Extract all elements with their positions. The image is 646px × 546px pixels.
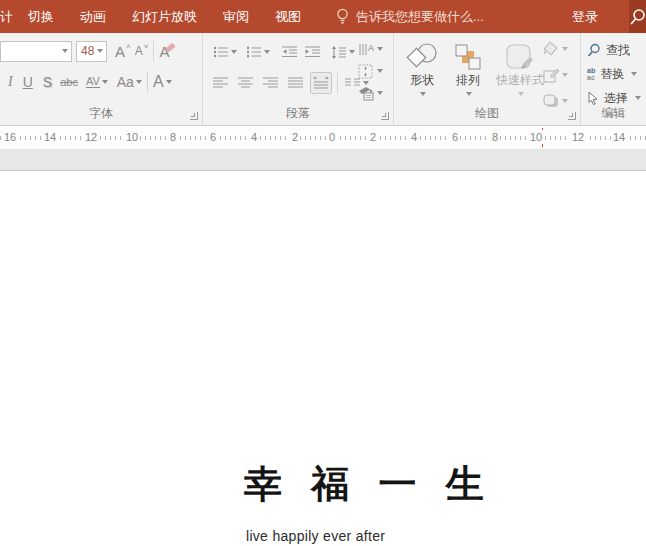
edit-group: 查找 ab ac 替换 选择 编辑 bbox=[580, 33, 646, 125]
search-icon bbox=[629, 8, 646, 26]
paragraph-group-label: 段落 bbox=[203, 105, 393, 122]
sign-in-button[interactable]: 登录 bbox=[572, 0, 598, 33]
convert-to-smartart-button[interactable] bbox=[358, 83, 383, 103]
drawing-dialog-launcher-icon[interactable] bbox=[568, 112, 576, 120]
decrease-font-size-button[interactable]: A ˅ bbox=[133, 40, 151, 62]
horizontal-ruler: 16141210864202468101214 bbox=[0, 126, 646, 149]
caret-up-icon: ˄ bbox=[126, 42, 131, 51]
change-case-button[interactable]: Aa bbox=[115, 71, 144, 93]
drawing-group-label: 绘图 bbox=[394, 105, 580, 122]
slide-editing-area[interactable]: 幸 福 一 生 live happily ever after bbox=[0, 171, 646, 521]
ruler-number: 8 bbox=[490, 130, 500, 144]
bullets-button[interactable] bbox=[211, 41, 239, 63]
quick-styles-icon bbox=[503, 42, 537, 72]
text-direction-button[interactable]: A bbox=[358, 39, 383, 59]
underline-label: U bbox=[23, 75, 33, 89]
replace-icon: ab ac bbox=[587, 67, 595, 81]
search-button[interactable] bbox=[629, 0, 646, 33]
char-spacing-label: AV bbox=[86, 76, 100, 88]
align-text-button[interactable] bbox=[358, 61, 383, 81]
increase-font-size-button[interactable]: A ˄ bbox=[113, 40, 133, 62]
ribbon-tab-view[interactable]: 视图 bbox=[262, 0, 314, 33]
ruler-number: 16 bbox=[2, 130, 18, 144]
arrange-icon bbox=[453, 42, 483, 72]
font-dialog-launcher-icon[interactable] bbox=[190, 112, 198, 120]
chevron-down-icon bbox=[635, 96, 641, 100]
increase-font-label: A bbox=[115, 44, 125, 59]
align-left-button[interactable] bbox=[211, 72, 231, 94]
find-button[interactable]: 查找 bbox=[581, 39, 646, 61]
align-right-button[interactable] bbox=[261, 72, 281, 94]
find-icon bbox=[587, 43, 601, 57]
change-case-label: Aa bbox=[117, 75, 134, 89]
italic-button[interactable]: I bbox=[6, 71, 15, 93]
title-bar: 计 切换 动画 幻灯片放映 审阅 视图 告诉我您想要做什么... 登录 bbox=[0, 0, 646, 33]
clear-formatting-button[interactable]: A bbox=[157, 40, 177, 62]
align-right-icon bbox=[263, 77, 279, 89]
quick-styles-button[interactable]: 快速样式 bbox=[491, 36, 549, 116]
shape-outline-button[interactable] bbox=[542, 65, 568, 85]
shapes-label: 形状 bbox=[410, 72, 434, 89]
font-size-combobox[interactable]: 48 bbox=[76, 41, 107, 62]
shadow-label: S bbox=[43, 75, 52, 89]
numbering-button[interactable] bbox=[244, 41, 272, 63]
chevron-down-icon bbox=[420, 92, 426, 96]
justify-button[interactable] bbox=[286, 72, 306, 94]
cursor-icon bbox=[587, 91, 599, 105]
text-shadow-button[interactable]: S bbox=[41, 71, 54, 93]
font-color-button[interactable]: A bbox=[151, 71, 174, 93]
tell-me-label: 告诉我您想要做什么... bbox=[356, 8, 484, 26]
increase-indent-button[interactable] bbox=[303, 41, 323, 63]
align-center-button[interactable] bbox=[236, 72, 256, 94]
font-color-label: A bbox=[153, 74, 164, 90]
shapes-icon bbox=[405, 42, 439, 72]
paragraph-dialog-launcher-icon[interactable] bbox=[381, 112, 389, 120]
distribute-text-button[interactable] bbox=[310, 72, 332, 94]
slide-title-text[interactable]: 幸 福 一 生 bbox=[244, 459, 486, 510]
ruler-number: 14 bbox=[42, 130, 58, 144]
arrange-button[interactable]: 排列 bbox=[445, 36, 491, 116]
decrease-indent-icon bbox=[282, 46, 298, 58]
ruler-number: 2 bbox=[290, 130, 300, 144]
chevron-down-icon bbox=[231, 50, 237, 54]
ribbon-tab-slideshow[interactable]: 幻灯片放映 bbox=[119, 0, 210, 33]
arrange-label: 排列 bbox=[456, 72, 480, 89]
select-label: 选择 bbox=[604, 90, 628, 107]
line-spacing-button[interactable] bbox=[329, 41, 357, 63]
character-spacing-button[interactable]: AV bbox=[84, 71, 110, 93]
font-name-combobox[interactable] bbox=[0, 41, 72, 62]
ruler-number: 6 bbox=[208, 130, 218, 144]
chevron-down-icon bbox=[466, 92, 472, 96]
font-group: 48 A ˄ A ˅ A I U bbox=[0, 33, 202, 125]
chevron-down-icon bbox=[631, 72, 637, 76]
ruler-number: 6 bbox=[450, 130, 460, 144]
chevron-down-icon bbox=[377, 91, 383, 95]
ruler-number: 0 bbox=[327, 130, 337, 144]
slide-subtitle-text[interactable]: live happily ever after bbox=[246, 528, 385, 544]
strikethrough-button[interactable]: abc bbox=[58, 71, 80, 93]
ruler-number: 4 bbox=[409, 130, 419, 144]
ribbon-tab-design-partial[interactable]: 计 bbox=[0, 0, 15, 33]
ribbon-tab-review[interactable]: 审阅 bbox=[210, 0, 262, 33]
ruler-number: 12 bbox=[570, 130, 586, 144]
ribbon-tab-transitions[interactable]: 切换 bbox=[15, 0, 67, 33]
line-spacing-icon bbox=[331, 46, 347, 59]
paragraph-group: A 段落 bbox=[202, 33, 393, 125]
shape-fill-button[interactable] bbox=[542, 39, 568, 59]
ribbon-tab-animations[interactable]: 动画 bbox=[67, 0, 119, 33]
edit-group-label: 编辑 bbox=[581, 105, 646, 122]
ruler-number: 10 bbox=[528, 130, 544, 144]
underline-button[interactable]: U bbox=[21, 71, 35, 93]
ruler-number: 2 bbox=[368, 130, 378, 144]
find-label: 查找 bbox=[606, 42, 630, 59]
smartart-icon bbox=[358, 86, 375, 101]
ruler-number: 12 bbox=[83, 130, 99, 144]
chevron-down-icon bbox=[562, 99, 568, 103]
quick-styles-label: 快速样式 bbox=[496, 72, 544, 89]
distribute-icon bbox=[313, 76, 329, 90]
shapes-button[interactable]: 形状 bbox=[399, 36, 445, 116]
pencil-icon bbox=[542, 67, 560, 83]
replace-button[interactable]: ab ac 替换 bbox=[581, 63, 646, 85]
decrease-indent-button[interactable] bbox=[280, 41, 300, 63]
tell-me-box[interactable]: 告诉我您想要做什么... bbox=[336, 8, 484, 26]
